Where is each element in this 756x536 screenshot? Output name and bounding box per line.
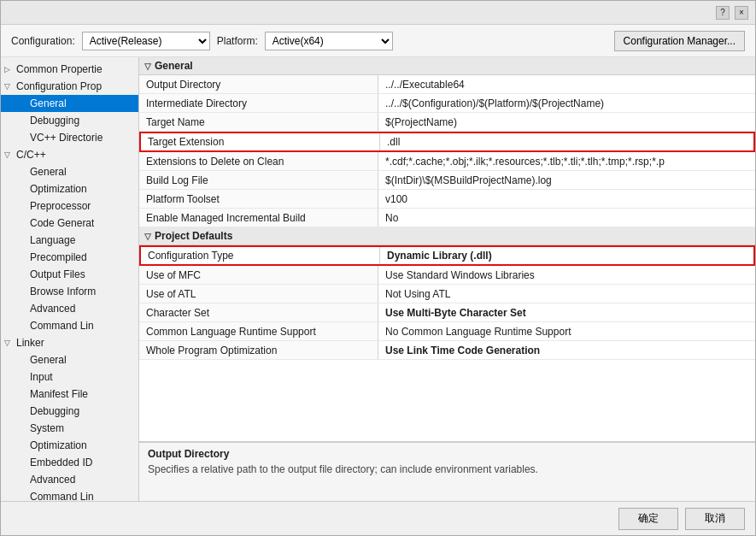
prop-value-clr-support: No Common Language Runtime Support bbox=[378, 322, 755, 340]
tree-label-advanced: Advanced bbox=[30, 303, 75, 315]
sidebar-item-common-properties[interactable]: ▷Common Propertie bbox=[1, 61, 138, 78]
prop-name-configuration-type: Configuration Type bbox=[141, 247, 380, 264]
tree-label-manifest-file: Manifest File bbox=[30, 388, 88, 400]
sidebar-item-command-line[interactable]: Command Lin bbox=[1, 317, 138, 334]
prop-row-build-log-file[interactable]: Build Log File$(IntDir)\$(MSBuildProject… bbox=[139, 171, 755, 190]
prop-name-character-set: Character Set bbox=[139, 303, 378, 321]
sidebar-item-linker-advanced[interactable]: Advanced bbox=[1, 471, 138, 488]
tree-toggle-common-properties: ▷ bbox=[4, 65, 16, 74]
tree-label-linker-optimization: Optimization bbox=[30, 439, 87, 451]
desc-title: Output Directory bbox=[148, 448, 747, 460]
sidebar-item-manifest-file[interactable]: Manifest File bbox=[1, 386, 138, 403]
tree-label-linker-command: Command Lin bbox=[30, 491, 94, 501]
sidebar-item-cpp-general[interactable]: General bbox=[1, 163, 138, 180]
sidebar-item-linker[interactable]: ▽Linker bbox=[1, 334, 138, 351]
prop-value-extensions-to-delete: *.cdf;*.cache;*.obj;*.ilk;*.resources;*.… bbox=[378, 152, 755, 170]
tree-label-linker-advanced: Advanced bbox=[30, 474, 75, 486]
tree-label-cpp: C/C++ bbox=[16, 149, 46, 161]
sidebar-item-preprocessor[interactable]: Preprocessor bbox=[1, 197, 138, 215]
prop-row-target-extension[interactable]: Target Extension.dll bbox=[139, 132, 755, 152]
tree-label-input: Input bbox=[30, 371, 53, 383]
prop-row-output-directory[interactable]: Output Directory../../Executable64 bbox=[139, 75, 755, 94]
sidebar-item-code-generation[interactable]: Code Generat bbox=[1, 215, 138, 232]
prop-row-use-of-atl[interactable]: Use of ATLNot Using ATL bbox=[139, 285, 755, 303]
tree-label-embedded-idl: Embedded ID bbox=[30, 456, 92, 468]
help-button[interactable]: ? bbox=[716, 6, 730, 20]
prop-name-extensions-to-delete: Extensions to Delete on Clean bbox=[139, 152, 378, 170]
tree-label-output-files: Output Files bbox=[30, 268, 85, 280]
sidebar-item-precompiled[interactable]: Precompiled bbox=[1, 249, 138, 266]
prop-name-intermediate-directory: Intermediate Directory bbox=[139, 94, 378, 112]
platform-select[interactable]: Active(x64) bbox=[265, 32, 393, 50]
prop-row-use-of-mfc[interactable]: Use of MFCUse Standard Windows Libraries bbox=[139, 266, 755, 285]
tree-label-system: System bbox=[30, 422, 64, 434]
prop-row-intermediate-directory[interactable]: Intermediate Directory../../$(Configurat… bbox=[139, 94, 755, 113]
prop-value-whole-program: Use Link Time Code Generation bbox=[378, 341, 755, 359]
tree-label-configuration-prop: Configuration Prop bbox=[16, 80, 102, 92]
sidebar-item-linker-optimization[interactable]: Optimization bbox=[1, 437, 138, 454]
sidebar-item-embedded-idl[interactable]: Embedded ID bbox=[1, 454, 138, 471]
sidebar-item-advanced[interactable]: Advanced bbox=[1, 300, 138, 317]
prop-row-clr-support[interactable]: Common Language Runtime SupportNo Common… bbox=[139, 322, 755, 341]
prop-row-character-set[interactable]: Character SetUse Multi-Byte Character Se… bbox=[139, 303, 755, 322]
sidebar-item-output-files[interactable]: Output Files bbox=[1, 266, 138, 283]
tree-label-linker-general: General bbox=[30, 354, 67, 366]
sidebar-item-input[interactable]: Input bbox=[1, 368, 138, 386]
sidebar-item-general[interactable]: General bbox=[1, 95, 138, 112]
sidebar-item-linker-command[interactable]: Command Lin bbox=[1, 488, 138, 501]
sidebar-item-browse-info[interactable]: Browse Inform bbox=[1, 283, 138, 300]
prop-row-enable-managed[interactable]: Enable Managed Incremental BuildNo bbox=[139, 209, 755, 227]
section-project-defaults[interactable]: ▽Project Defaults bbox=[139, 227, 755, 245]
desc-text: Specifies a relative path to the output … bbox=[148, 462, 747, 477]
section-pd-label: Project Defaults bbox=[155, 230, 232, 242]
prop-value-platform-toolset: v100 bbox=[378, 190, 755, 208]
prop-row-extensions-to-delete[interactable]: Extensions to Delete on Clean*.cdf;*.cac… bbox=[139, 152, 755, 171]
tree-label-general: General bbox=[30, 97, 67, 109]
prop-row-platform-toolset[interactable]: Platform Toolsetv100 bbox=[139, 190, 755, 209]
sidebar-item-configuration-prop[interactable]: ▽Configuration Prop bbox=[1, 78, 138, 95]
close-button[interactable]: × bbox=[735, 6, 748, 20]
tree-label-preprocessor: Preprocessor bbox=[30, 200, 91, 212]
tree-label-common-properties: Common Propertie bbox=[16, 63, 103, 75]
prop-name-use-of-mfc: Use of MFC bbox=[139, 266, 378, 284]
prop-value-configuration-type: Dynamic Library (.dll) bbox=[380, 247, 753, 264]
prop-name-target-extension: Target Extension bbox=[141, 133, 380, 150]
prop-value-build-log-file: $(IntDir)\$(MSBuildProjectName).log bbox=[378, 171, 755, 189]
tree-label-vc-directories: VC++ Directorie bbox=[30, 132, 103, 144]
prop-name-clr-support: Common Language Runtime Support bbox=[139, 322, 378, 340]
tree-label-language: Language bbox=[30, 234, 75, 246]
button-bar: 确定 取消 bbox=[1, 501, 755, 535]
section-general[interactable]: ▽General bbox=[139, 57, 755, 75]
config-select[interactable]: Active(Release) bbox=[82, 32, 210, 50]
tree-toggle-linker: ▽ bbox=[4, 339, 16, 347]
prop-name-whole-program: Whole Program Optimization bbox=[139, 341, 378, 359]
sidebar-item-language[interactable]: Language bbox=[1, 232, 138, 249]
sidebar-item-debugging[interactable]: Debugging bbox=[1, 112, 138, 129]
prop-row-configuration-type[interactable]: Configuration TypeDynamic Library (.dll) bbox=[139, 245, 755, 266]
prop-name-enable-managed: Enable Managed Incremental Build bbox=[139, 209, 378, 227]
platform-label: Platform: bbox=[217, 35, 258, 47]
cancel-button[interactable]: 取消 bbox=[685, 508, 745, 530]
sidebar-item-linker-general[interactable]: General bbox=[1, 351, 138, 368]
sidebar-item-vc-directories[interactable]: VC++ Directorie bbox=[1, 129, 138, 146]
config-manager-button[interactable]: Configuration Manager... bbox=[614, 31, 745, 51]
sidebar-item-linker-debugging[interactable]: Debugging bbox=[1, 403, 138, 420]
tree-label-precompiled: Precompiled bbox=[30, 251, 87, 263]
tree-label-browse-info: Browse Inform bbox=[30, 286, 96, 297]
tree-label-command-line: Command Lin bbox=[30, 320, 94, 332]
prop-value-output-directory: ../../Executable64 bbox=[378, 75, 755, 93]
sidebar-item-cpp[interactable]: ▽C/C++ bbox=[1, 146, 138, 163]
sidebar-item-optimization[interactable]: Optimization bbox=[1, 180, 138, 197]
prop-name-use-of-atl: Use of ATL bbox=[139, 285, 378, 303]
section-general-label: General bbox=[155, 60, 193, 72]
confirm-button[interactable]: 确定 bbox=[618, 508, 678, 530]
prop-value-enable-managed: No bbox=[378, 209, 755, 227]
prop-value-character-set: Use Multi-Byte Character Set bbox=[378, 303, 755, 321]
window-controls[interactable]: ? × bbox=[716, 6, 748, 20]
config-label: Configuration: bbox=[11, 35, 75, 47]
prop-row-target-name[interactable]: Target Name$(ProjectName) bbox=[139, 113, 755, 132]
title-bar: ? × bbox=[1, 1, 755, 25]
tree-label-debugging: Debugging bbox=[30, 115, 79, 127]
sidebar-item-system[interactable]: System bbox=[1, 420, 138, 437]
prop-row-whole-program[interactable]: Whole Program OptimizationUse Link Time … bbox=[139, 341, 755, 360]
